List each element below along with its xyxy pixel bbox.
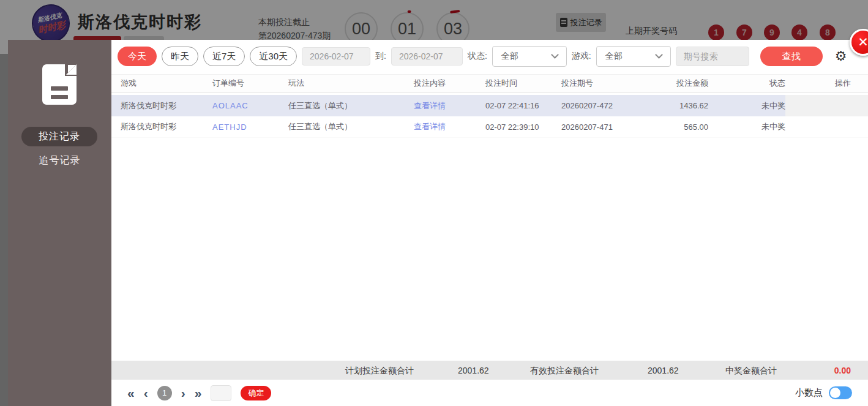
valid-total-label: 有效投注金额合计 [530,366,599,377]
first-page-icon[interactable]: « [127,386,135,399]
table-header-row: 游戏 订单编号 玩法 投注内容 投注时间 投注期号 投注金额 状态 操作 [111,74,868,93]
cell-amount: 565.00 [650,122,708,132]
date-from-input[interactable] [302,47,370,66]
table-row: 斯洛伐克时时彩 AOLAAC 任三直选（单式） 查看详情 02-07 22:41… [111,95,868,116]
sidebar-item-bet-records[interactable]: 投注记录 [21,127,97,146]
col-play: 玩法 [288,78,414,89]
view-details-link[interactable]: 查看详情 [414,121,485,132]
win-total-label: 中奖金额合计 [725,366,777,377]
cell-play: 任三直选（单式） [288,121,414,132]
pagination-bar: « ‹ 1 › » 确定 小数点 [111,380,868,406]
game-select[interactable]: 全部 [596,46,671,67]
cell-time: 02-07 22:39:10 [485,122,561,132]
quick-filter-yesterday[interactable]: 昨天 [162,47,198,66]
summary-bar: 计划投注金额合计 2001.62 有效投注金额合计 2001.62 中奖金额合计… [111,361,868,380]
chevron-down-icon [551,51,559,59]
decimal-toggle-label: 小数点 [795,387,823,399]
col-status: 状态 [708,78,785,89]
records-sidebar: 投注记录 追号记录 [8,40,111,406]
sidebar-item-label: 追号记录 [39,155,81,165]
col-period: 投注期号 [561,78,650,89]
col-operation: 操作 [785,78,868,89]
page-number-input[interactable] [211,385,231,401]
cell-play: 任三直选（单式） [288,100,414,111]
valid-total-value: 2001.62 [648,366,679,375]
cell-period: 20260207-471 [561,122,650,132]
status-select[interactable]: 全部 [492,46,567,67]
cell-amount: 1436.62 [650,101,708,110]
cell-game: 斯洛伐克时时彩 [121,100,212,111]
document-icon [42,64,77,105]
col-game: 游戏 [121,78,212,89]
bet-records-table: 游戏 订单编号 玩法 投注内容 投注时间 投注期号 投注金额 状态 操作 斯洛伐… [111,74,868,138]
status-label: 状态: [468,51,487,62]
col-time: 投注时间 [485,78,561,89]
col-content: 投注内容 [414,78,485,89]
page-confirm-button[interactable]: 确定 [241,386,271,400]
search-button[interactable]: 查找 [760,47,823,66]
cell-status: 未中奖 [708,100,785,111]
decimal-toggle-group: 小数点 [795,380,852,406]
view-details-link[interactable]: 查看详情 [414,100,485,111]
cell-period: 20260207-472 [561,101,650,110]
bet-records-panel: 今天 昨天 近7天 近30天 到: 状态: 全部 游戏: 全部 查找 ⚙ 游戏 … [111,40,868,406]
cell-game: 斯洛伐克时时彩 [121,121,212,132]
gear-icon[interactable]: ⚙ [835,50,847,63]
status-select-value: 全部 [501,51,518,62]
period-search-input[interactable] [676,47,749,66]
cell-status: 未中奖 [708,121,785,132]
win-total-value: 0.00 [834,366,851,375]
next-page-icon[interactable]: › [181,386,185,399]
cell-order-no-link[interactable]: AETHJD [212,122,288,132]
planned-total-label: 计划投注金额合计 [345,366,414,377]
sidebar-item-label: 投注记录 [39,130,80,143]
quick-filter-7days[interactable]: 近7天 [203,47,245,66]
cell-order-no-link[interactable]: AOLAAC [212,101,288,110]
last-page-icon[interactable]: » [195,386,202,399]
game-select-value: 全部 [605,51,623,62]
pagination-controls: « ‹ 1 › » 确定 [127,380,271,406]
game-label: 游戏: [572,51,591,62]
date-to-input[interactable] [391,47,463,66]
current-page-badge[interactable]: 1 [157,386,172,400]
quick-filter-30days[interactable]: 近30天 [250,47,297,66]
date-to-label: 到: [375,51,386,62]
table-row: 斯洛伐克时时彩 AETHJD 任三直选（单式） 查看详情 02-07 22:39… [111,116,868,138]
col-amount: 投注金额 [650,78,708,89]
quick-filter-today[interactable]: 今天 [118,47,157,66]
decimal-toggle[interactable] [829,386,852,399]
toggle-knob [830,388,840,398]
filter-bar: 今天 昨天 近7天 近30天 到: 状态: 全部 游戏: 全部 查找 ⚙ [118,46,847,67]
sidebar-item-chase-records[interactable]: 追号记录 [8,154,111,167]
cell-time: 02-07 22:41:16 [485,101,561,110]
col-order-no: 订单编号 [212,78,288,89]
planned-total-value: 2001.62 [458,366,489,375]
chevron-down-icon [655,51,663,59]
prev-page-icon[interactable]: ‹ [144,386,148,399]
